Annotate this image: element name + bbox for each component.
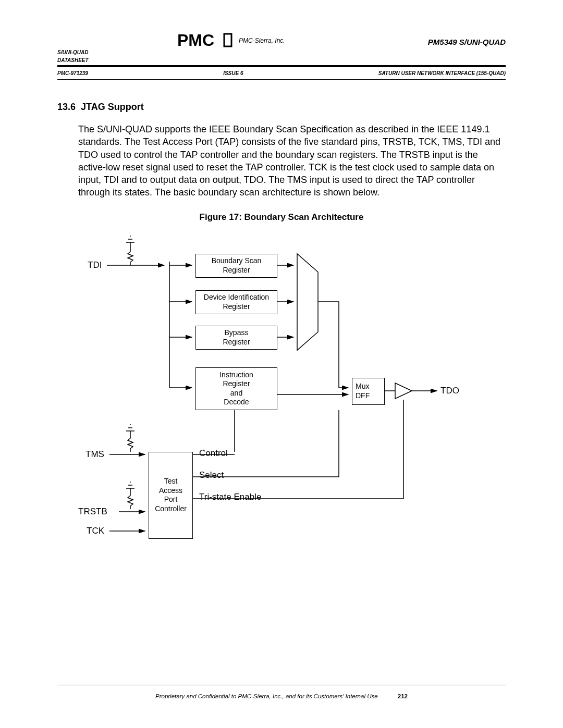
section-title: JTAG Support [81,102,144,112]
figure-caption: Figure 17: Boundary Scan Architecture [57,212,506,223]
svg-text:PMC: PMC [177,31,214,50]
product-id: PM5349 S/UNI-QUAD [428,38,506,46]
company-logo: PMC PMC-Sierra, Inc. [177,31,285,50]
device-id-register-box: Device IdentificationRegister [195,290,277,314]
doc-id-block: S/UNI-QUAD DATASHEET [57,48,89,64]
bypass-register-box: BypassRegister [195,326,277,350]
tap-controller-box: TestAccessPortController [149,452,193,539]
doc-number: PMC-971239 [57,70,88,76]
select-signal-label: Select [199,470,224,480]
page-header: PMC PMC-Sierra, Inc. PM5349 S/UNI-QUAD S… [57,31,506,78]
tdi-label: TDI [88,260,102,270]
section-number: 13.6 [57,102,76,112]
svg-rect-1 [224,34,231,46]
issue-number: ISSUE 6 [223,70,243,76]
doc-subtitle: SATURN USER NETWORK INTERFACE (155-QUAD) [378,70,506,76]
doc-name: S/UNI-QUAD [57,48,89,56]
page-number: 212 [398,693,408,699]
boundary-scan-register-box: Boundary ScanRegister [195,254,277,278]
datasheet-page: PMC PMC-Sierra, Inc. PM5349 S/UNI-QUAD S… [0,0,563,728]
pmc-logo-icon: PMC [177,31,235,50]
company-name: PMC-Sierra, Inc. [239,37,285,44]
header-rule-thick [57,65,506,67]
mux-dff-box: MuxDFF [352,378,385,405]
header-rule-thin [57,79,506,80]
instruction-register-decode-box: InstructionRegisterandDecode [195,367,277,410]
body-paragraph: The S/UNI-QUAD supports the IEEE Boundar… [78,123,506,199]
tdo-label: TDO [440,386,459,396]
control-signal-label: Control [199,448,228,459]
footer-text: Proprietary and Confidential to PMC-Sier… [155,693,378,699]
header-meta-row: PMC-971239 ISSUE 6 SATURN USER NETWORK I… [57,70,506,76]
section-heading: 13.6 JTAG Support [57,102,506,113]
boundary-scan-diagram: TDI TMS TRSTB TCK TDO Boundary ScanRegis… [78,233,464,556]
tristate-enable-signal-label: Tri-state Enable [199,492,261,502]
doc-type: DATASHEET [57,56,89,64]
page-footer: Proprietary and Confidential to PMC-Sier… [57,685,506,699]
tms-label: TMS [85,449,104,460]
tck-label: TCK [87,526,104,536]
trstb-label: TRSTB [78,507,107,517]
